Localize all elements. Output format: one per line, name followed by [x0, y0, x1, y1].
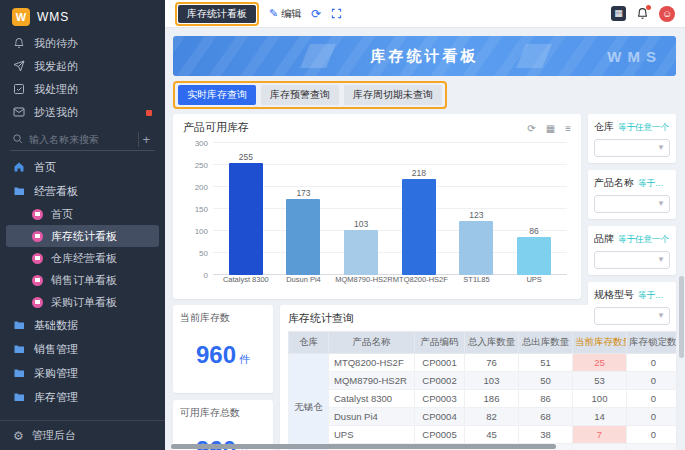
- tab-inventory-warning[interactable]: 库存预警查询: [261, 85, 339, 105]
- sidebar-item-board-home[interactable]: 首页: [6, 203, 159, 225]
- avatar[interactable]: ☺: [659, 6, 675, 22]
- table-row[interactable]: Catalyst 8300 CP0003 186 86 100 0: [289, 390, 677, 408]
- alert-cell: 25: [573, 354, 627, 372]
- table-row[interactable]: Dusun Pi4 CP0004 82 68 14 0: [289, 408, 677, 426]
- stat-available-inventory: 可用库存总数 960件: [173, 400, 273, 450]
- sidebar: W WMS 我的待办 我发起的 我处理的 抄送我的 + 首页 经营看板 首页: [0, 0, 165, 450]
- filter-operator[interactable]: 等于任意一个: [618, 234, 669, 246]
- chart-bar-1[interactable]: [286, 199, 320, 275]
- table-row[interactable]: 无锡仓 MTQ8200-HS2F CP0001 76 51 25 0: [289, 354, 677, 372]
- warehouse-select[interactable]: ▼: [594, 139, 670, 157]
- search-icon: [12, 133, 23, 146]
- folder-icon: [13, 367, 25, 379]
- chart-bar-3[interactable]: [402, 179, 436, 275]
- chart-bar-2[interactable]: [344, 230, 378, 275]
- brand-select[interactable]: ▼: [594, 251, 670, 269]
- chart-bar-5[interactable]: [517, 237, 551, 275]
- monitor-icon: [32, 297, 43, 308]
- banner-decoration: [516, 44, 552, 68]
- chart-bar-4[interactable]: [459, 221, 493, 275]
- sidebar-item-initiated-by-me[interactable]: 我发起的: [0, 55, 165, 78]
- sidebar-item-my-todo[interactable]: 我的待办: [0, 32, 165, 55]
- menu-icon[interactable]: ≡: [565, 123, 571, 134]
- unread-badge: [146, 110, 152, 116]
- nav-label: 采购管理: [34, 366, 78, 381]
- nav-label: 首页: [51, 207, 73, 222]
- edit-button[interactable]: ✎ 编辑: [269, 7, 301, 21]
- chart-xlabels: Catalyst 8300Dusun Pi4MQM8790-HS2RMTQ820…: [213, 275, 567, 284]
- bar-value-label: 173: [296, 188, 310, 198]
- chart-bar-group: 123: [451, 210, 503, 275]
- sidebar-group-business-boards[interactable]: 经营看板: [0, 179, 165, 203]
- nav-label: 销售订单看板: [51, 273, 117, 288]
- sidebar-group-sales-mgmt[interactable]: 销售管理: [0, 337, 165, 361]
- refresh-icon[interactable]: ⟳: [311, 7, 321, 21]
- tab-realtime-inventory[interactable]: 实时库存查询: [178, 85, 256, 105]
- sidebar-group-purchase-mgmt[interactable]: 采购管理: [0, 361, 165, 385]
- filter-label: 品牌: [594, 232, 614, 246]
- bar-value-label: 86: [529, 226, 538, 236]
- chart-xtick-label: Dusun Pi4: [278, 275, 330, 284]
- col-warehouse: 仓库: [289, 332, 329, 354]
- col-total-out: 总出库数量: [519, 332, 573, 354]
- monitor-icon: [32, 253, 43, 264]
- sidebar-item-handled-by-me[interactable]: 我处理的: [0, 78, 165, 101]
- sidebar-item-warehouse-board[interactable]: 仓库经营看板: [6, 247, 159, 269]
- apps-grid-icon[interactable]: ▦: [611, 6, 626, 21]
- inventory-table-card: 库存统计查询 仓库 产品名称 产品编码 总入库数量 总出库数量 当前库存数量 库…: [280, 305, 676, 450]
- table-row[interactable]: UPS CP0005 45 38 7 0: [289, 426, 677, 444]
- wms-logo-icon: W: [12, 8, 30, 26]
- sidebar-search: +: [10, 129, 155, 151]
- open-tab-inventory-stats[interactable]: 库存统计看板: [178, 5, 256, 23]
- search-input[interactable]: [29, 134, 132, 145]
- sidebar-nav: 首页 经营看板 首页 库存统计看板 仓库经营看板 销售订单看板 采购订单看板: [0, 155, 165, 420]
- sidebar-item-sales-order-board[interactable]: 销售订单看板: [6, 269, 159, 291]
- sidebar-item-home[interactable]: 首页: [0, 155, 165, 179]
- bell-icon: [13, 37, 25, 51]
- app-logo: W WMS: [0, 0, 165, 32]
- filter-panel: 仓库 等于任意一个 ▼ 产品名称 等于任意一个 ▼ 品牌 等于任意一个 ▼: [588, 114, 676, 299]
- edit-label: 编辑: [281, 7, 301, 21]
- chart-bar-0[interactable]: [229, 163, 263, 275]
- pencil-icon: ✎: [269, 7, 278, 20]
- grid-view-icon[interactable]: ▦: [546, 123, 555, 134]
- chart-xtick-label: ST1L85: [451, 275, 503, 284]
- chart-ytick-label: 150: [186, 205, 208, 214]
- filter-operator[interactable]: 等于任意一个: [638, 290, 670, 302]
- chart-ytick-label: 0: [186, 271, 208, 280]
- table-row[interactable]: MQM8790-HS2R CP0002 103 50 53 0: [289, 372, 677, 390]
- product-name-select[interactable]: ▼: [594, 195, 670, 213]
- sidebar-item-cc-to-me[interactable]: 抄送我的: [0, 101, 165, 124]
- sidebar-group-base-data[interactable]: 基础数据: [0, 313, 165, 337]
- page-title: 库存统计看板: [371, 47, 479, 66]
- chart-xtick-label: MQM8790-HS2R: [335, 275, 387, 284]
- chevron-down-icon: ▼: [657, 311, 665, 320]
- sidebar-item-purchase-order-board[interactable]: 采购订单看板: [6, 291, 159, 313]
- refresh-icon[interactable]: ⟳: [527, 123, 535, 134]
- vertical-scrollbar[interactable]: [679, 276, 684, 358]
- fullscreen-icon[interactable]: [331, 8, 342, 19]
- admin-console-button[interactable]: ⚙ 管理后台: [0, 420, 165, 450]
- send-icon: [13, 60, 25, 74]
- notification-bell-icon[interactable]: [636, 7, 649, 20]
- add-button[interactable]: +: [138, 132, 153, 147]
- folder-icon: [13, 319, 25, 331]
- tab-inventory-period[interactable]: 库存周切期未查询: [344, 85, 442, 105]
- chart-bars: 25517310321812386: [213, 143, 567, 275]
- alert-cell: 7: [573, 426, 627, 444]
- table-header-row: 仓库 产品名称 产品编码 总入库数量 总出库数量 当前库存数量 库存锁定数量: [289, 332, 677, 354]
- mail-icon: [13, 106, 25, 120]
- annotation-box-view-tabs: 实时库存查询 库存预警查询 库存周切期未查询: [173, 81, 447, 109]
- chart-bar-group: 173: [278, 188, 330, 275]
- sidebar-item-inventory-stats-board[interactable]: 库存统计看板: [6, 225, 159, 247]
- chevron-down-icon: ▼: [657, 199, 665, 208]
- horizontal-scrollbar[interactable]: [171, 444, 556, 449]
- filter-operator[interactable]: 等于任意一个: [618, 122, 669, 134]
- filter-brand: 品牌 等于任意一个 ▼: [588, 226, 676, 275]
- stat-value: 960: [196, 341, 236, 368]
- filter-operator[interactable]: 等于任意一个: [638, 178, 670, 190]
- filter-warehouse: 仓库 等于任意一个 ▼: [588, 114, 676, 163]
- spec-model-select[interactable]: ▼: [594, 307, 670, 325]
- logo-text: WMS: [37, 10, 69, 24]
- sidebar-group-inventory-mgmt[interactable]: 库存管理: [0, 385, 165, 409]
